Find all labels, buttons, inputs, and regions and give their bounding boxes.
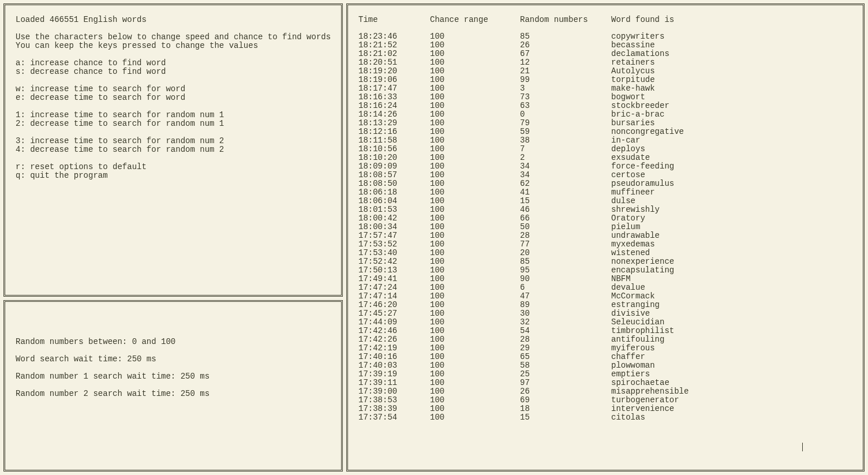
log-cell-time: 18:12:16	[358, 128, 430, 136]
log-cell-time: 17:57:47	[358, 231, 430, 240]
log-cell-time: 18:01:53	[358, 205, 430, 214]
log-cell-word: chaffer	[611, 353, 852, 361]
log-cell-time: 18:17:47	[358, 84, 430, 93]
log-cell-word: turbogenerator	[611, 396, 852, 405]
keybinding-line: e: decrease time to search for word	[16, 93, 331, 102]
log-cell-word: NBFM	[611, 275, 852, 283]
help-intro: Use the characters below to change speed…	[16, 33, 331, 42]
log-cell-chance: 100	[430, 370, 520, 379]
log-cell-time: 17:45:27	[358, 309, 430, 318]
log-row: 18:19:0610099torpitude	[358, 76, 852, 84]
log-row: 18:16:2410063stockbreeder	[358, 102, 852, 110]
keybinding-line: q: quit the program	[16, 171, 331, 180]
log-row: 17:38:3910018intervenience	[358, 405, 852, 413]
log-cell-time: 17:46:20	[358, 301, 430, 309]
log-row: 18:13:2910079bursaries	[358, 119, 852, 128]
log-row: 17:44:0910032Seleucidian	[358, 318, 852, 327]
log-row: 18:14:261000bric-a-brac	[358, 110, 852, 119]
log-cell-chance: 100	[430, 379, 520, 387]
log-cell-chance: 100	[430, 309, 520, 318]
log-cell-random: 12	[520, 58, 611, 67]
log-cell-word: McCormack	[611, 292, 852, 301]
keybinding-line: 4: decrease time to search for random nu…	[16, 145, 331, 154]
log-row: 18:20:5110012retainers	[358, 58, 852, 67]
log-cell-random: 18	[520, 405, 611, 413]
log-cell-chance: 100	[430, 102, 520, 110]
log-cell-time: 18:08:50	[358, 179, 430, 188]
log-cell-chance: 100	[430, 292, 520, 301]
log-cell-word: stockbreeder	[611, 102, 852, 110]
log-row: 17:42:2610028antifouling	[358, 335, 852, 344]
log-cell-time: 18:00:34	[358, 223, 430, 231]
log-cell-word: declamations	[611, 50, 852, 58]
log-cell-random: 46	[520, 205, 611, 214]
log-cell-word: torpitude	[611, 76, 852, 84]
log-row: 17:45:2710030divisive	[358, 309, 852, 318]
log-cell-random: 29	[520, 344, 611, 353]
log-cell-time: 18:11:58	[358, 136, 430, 145]
log-cell-time: 17:39:00	[358, 387, 430, 396]
log-cell-word: noncongregative	[611, 128, 852, 136]
log-row: 17:38:5310069turbogenerator	[358, 396, 852, 405]
log-cell-chance: 100	[430, 41, 520, 50]
log-cell-time: 18:23:46	[358, 32, 430, 41]
log-cell-chance: 100	[430, 361, 520, 370]
log-cell-word: undrawable	[611, 231, 852, 240]
log-cell-chance: 100	[430, 171, 520, 179]
log-cell-word: muffineer	[611, 188, 852, 197]
log-cell-chance: 100	[430, 76, 520, 84]
log-cell-chance: 100	[430, 136, 520, 145]
log-cell-time: 17:42:46	[358, 327, 430, 335]
log-cell-time: 17:44:09	[358, 318, 430, 327]
log-cell-word: dulse	[611, 197, 852, 205]
log-cell-random: 6	[520, 283, 611, 292]
log-cell-word: exsudate	[611, 154, 852, 162]
log-body: 18:23:4610085copywriters18:21:5210026bec…	[358, 24, 852, 422]
log-cell-chance: 100	[430, 387, 520, 396]
log-row: 17:52:4210085nonexperience	[358, 257, 852, 266]
log-row: 18:08:5010062pseudoramulus	[358, 179, 852, 188]
log-cell-word: myiferous	[611, 344, 852, 353]
log-header-time: Time	[358, 16, 430, 24]
log-cell-time: 17:37:54	[358, 413, 430, 422]
log-cell-random: 54	[520, 327, 611, 335]
log-cell-random: 85	[520, 32, 611, 41]
log-cell-time: 18:21:52	[358, 41, 430, 50]
log-cell-chance: 100	[430, 257, 520, 266]
log-cell-random: 20	[520, 249, 611, 257]
log-row: 17:40:0310058plowwoman	[358, 361, 852, 370]
log-cell-time: 17:38:53	[358, 396, 430, 405]
log-cell-chance: 100	[430, 301, 520, 309]
log-cell-time: 18:10:20	[358, 154, 430, 162]
log-cell-word: bogwort	[611, 93, 852, 102]
log-cell-random: 73	[520, 93, 611, 102]
log-cell-random: 97	[520, 379, 611, 387]
log-row: 18:16:3310073bogwort	[358, 93, 852, 102]
loaded-words-label: Loaded 466551 English words	[16, 16, 331, 24]
log-cell-chance: 100	[430, 214, 520, 223]
log-cell-time: 18:16:24	[358, 102, 430, 110]
log-cell-chance: 100	[430, 154, 520, 162]
log-cell-time: 17:53:52	[358, 240, 430, 249]
log-cell-random: 65	[520, 353, 611, 361]
log-row: 18:11:5810038in-car	[358, 136, 852, 145]
log-cell-random: 34	[520, 171, 611, 179]
right-column: Time Chance range Random numbers Word fo…	[346, 3, 865, 472]
log-cell-random: 3	[520, 84, 611, 93]
log-cell-time: 18:14:26	[358, 110, 430, 119]
log-cell-random: 69	[520, 396, 611, 405]
log-cell-chance: 100	[430, 93, 520, 102]
log-cell-word: misapprehensible	[611, 387, 852, 396]
log-row: 17:57:4710028undrawable	[358, 231, 852, 240]
log-row: 17:42:1910029myiferous	[358, 344, 852, 353]
help-intro: You can keep the keys pressed to change …	[16, 42, 331, 50]
log-cell-word: antifouling	[611, 335, 852, 344]
log-cell-random: 28	[520, 335, 611, 344]
log-cell-time: 17:38:39	[358, 405, 430, 413]
log-row: 17:46:2010089estranging	[358, 301, 852, 309]
log-cell-chance: 100	[430, 413, 520, 422]
log-cell-word: deploys	[611, 145, 852, 154]
log-header-random: Random numbers	[520, 16, 611, 24]
log-cell-random: 66	[520, 214, 611, 223]
log-cell-word: bursaries	[611, 119, 852, 128]
